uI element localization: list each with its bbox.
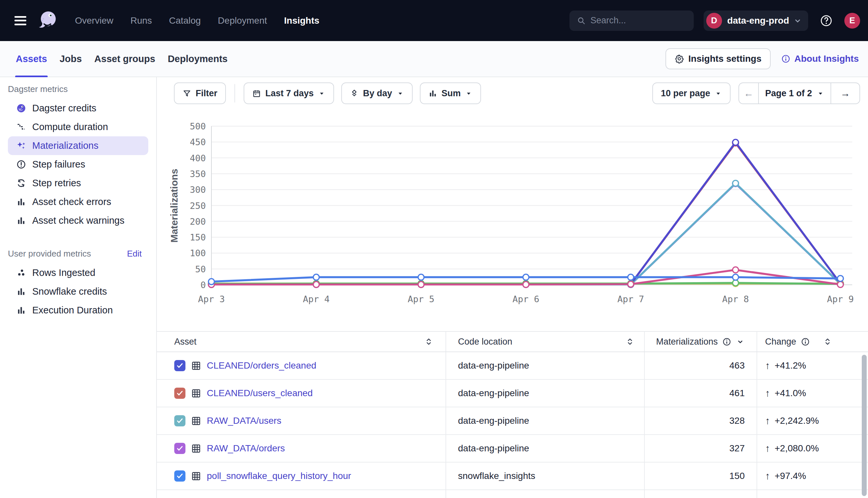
row-checkbox[interactable] — [174, 360, 186, 371]
filter-button[interactable]: Filter — [174, 82, 226, 104]
svg-text:Apr 6: Apr 6 — [513, 294, 539, 304]
sort-icon[interactable] — [625, 337, 635, 346]
nav-link-insights[interactable]: Insights — [284, 15, 319, 26]
insights-settings-button[interactable]: Insights settings — [665, 48, 771, 69]
line-chart[interactable]: 050100150200250300350400450500Apr 3Apr 4… — [0, 112, 868, 335]
prev-page-button[interactable]: ← — [739, 83, 758, 104]
svg-text:350: 350 — [190, 169, 206, 179]
asset-cell: poll_snowflake_query_history_hour — [157, 462, 446, 489]
caret-down-icon — [714, 90, 722, 97]
top-nav: OverviewRunsCatalogDeploymentInsights / … — [0, 0, 868, 41]
tabs: AssetsJobsAsset groupsDeployments — [15, 41, 239, 77]
chevron-down-icon — [793, 16, 802, 25]
up-arrow-icon: ↑ — [765, 443, 770, 454]
tab-asset-groups[interactable]: Asset groups — [94, 41, 156, 77]
caret-down-icon — [396, 90, 404, 97]
row-checkbox[interactable] — [174, 470, 186, 482]
materializations-cell: 327 — [644, 435, 756, 462]
insights-subnav: AssetsJobsAsset groupsDeployments Insigh… — [0, 41, 868, 77]
materializations-cell: 463 — [644, 352, 756, 379]
tab-assets[interactable]: Assets — [15, 41, 48, 77]
table-row: poll_snowflake_query_history_hoursnowfla… — [157, 462, 868, 490]
svg-text:Apr 3: Apr 3 — [198, 294, 225, 304]
change-cell: ↑+2,080.0% — [756, 435, 868, 462]
svg-text:200: 200 — [190, 217, 206, 227]
materializations-cell: 461 — [644, 380, 756, 407]
search-input[interactable] — [590, 15, 707, 26]
code-location-cell: data-eng-pipeline — [446, 490, 644, 498]
table-asset-icon — [191, 471, 201, 481]
col-materializations-label: Materializations — [656, 337, 718, 347]
next-page-button[interactable]: → — [830, 83, 859, 104]
asset-link[interactable]: RAW_DATA/users — [207, 416, 281, 426]
search-box[interactable]: / — [570, 11, 694, 31]
tab-deployments[interactable]: Deployments — [167, 41, 228, 77]
group-by-button[interactable]: By day — [341, 82, 413, 104]
code-location-cell: data-eng-pipeline — [446, 435, 644, 462]
table-row: CLEANED/orders_cleaneddata-eng-pipeline4… — [157, 352, 868, 380]
filter-icon — [182, 89, 191, 98]
table-asset-icon — [191, 361, 201, 371]
hamburger-menu-icon[interactable] — [14, 16, 26, 25]
pagination-control: ← Page 1 of 2 → — [739, 82, 860, 104]
up-arrow-icon: ↑ — [765, 470, 770, 482]
tab-jobs[interactable]: Jobs — [59, 41, 82, 77]
change-cell: ↑+2,242.9% — [756, 407, 868, 434]
asset-link[interactable]: RAW_DATA/orders — [207, 443, 285, 454]
help-icon[interactable] — [819, 14, 833, 28]
asset-cell: CLEANED/locations_cleaned — [157, 490, 446, 498]
nav-link-catalog[interactable]: Catalog — [169, 15, 201, 26]
asset-link[interactable]: CLEANED/users_cleaned — [207, 388, 313, 398]
caret-down-icon — [465, 90, 472, 97]
svg-text:400: 400 — [190, 153, 206, 163]
org-badge: D — [706, 13, 722, 29]
sort-icon[interactable] — [424, 337, 434, 346]
info-icon[interactable] — [722, 337, 731, 346]
org-switcher[interactable]: D data-eng-prod — [704, 11, 808, 31]
page-select-button[interactable]: Page 1 of 2 — [758, 83, 830, 104]
svg-text:Apr 7: Apr 7 — [617, 294, 644, 304]
about-insights-link[interactable]: About Insights — [781, 54, 859, 64]
col-change-label: Change — [765, 337, 796, 347]
filter-label: Filter — [196, 88, 217, 99]
table-body: CLEANED/orders_cleaneddata-eng-pipeline4… — [157, 352, 868, 498]
sort-desc-icon[interactable] — [736, 337, 745, 346]
nav-link-deployment[interactable]: Deployment — [218, 15, 267, 26]
svg-text:250: 250 — [190, 201, 206, 211]
svg-text:100: 100 — [190, 248, 206, 258]
table-row: CLEANED/users_cleaneddata-eng-pipeline46… — [157, 380, 868, 407]
insights-settings-label: Insights settings — [689, 54, 762, 64]
caret-down-icon — [318, 90, 326, 97]
user-avatar[interactable]: E — [844, 13, 860, 29]
search-icon — [577, 16, 586, 25]
nav-link-overview[interactable]: Overview — [75, 15, 113, 26]
col-location-label: Code location — [458, 337, 512, 347]
asset-link[interactable]: poll_snowflake_query_history_hour — [207, 471, 351, 481]
layers-icon — [350, 89, 359, 98]
col-asset-label: Asset — [174, 337, 196, 347]
row-checkbox[interactable] — [174, 388, 186, 399]
per-page-button[interactable]: 10 per page — [652, 82, 730, 104]
row-checkbox[interactable] — [174, 443, 186, 454]
nav-link-runs[interactable]: Runs — [130, 15, 152, 26]
asset-cell: RAW_DATA/orders — [157, 435, 446, 462]
date-range-button[interactable]: Last 7 days — [244, 82, 334, 104]
change-cell: ↑+2,150.0% — [756, 490, 868, 498]
table-scrollbar[interactable] — [862, 355, 867, 496]
materializations-chart: 050100150200250300350400450500Apr 3Apr 4… — [0, 112, 868, 335]
change-cell: ↑+41.2% — [756, 352, 868, 379]
svg-text:450: 450 — [190, 137, 206, 147]
info-icon[interactable] — [801, 337, 810, 346]
code-location-cell: snowflake_insights — [446, 462, 644, 489]
svg-text:0: 0 — [201, 280, 206, 290]
info-icon — [781, 54, 790, 63]
up-arrow-icon: ↑ — [765, 415, 770, 427]
chart-toolbar: Filter Last 7 days By day Sum 10 per pag… — [157, 82, 868, 104]
dagster-logo-icon[interactable] — [36, 10, 59, 32]
row-checkbox[interactable] — [174, 415, 186, 427]
bar-chart-icon — [429, 89, 437, 98]
aggregation-button[interactable]: Sum — [420, 82, 481, 104]
per-page-label: 10 per page — [661, 88, 710, 99]
sort-icon[interactable] — [822, 337, 832, 346]
asset-link[interactable]: CLEANED/orders_cleaned — [207, 361, 316, 371]
